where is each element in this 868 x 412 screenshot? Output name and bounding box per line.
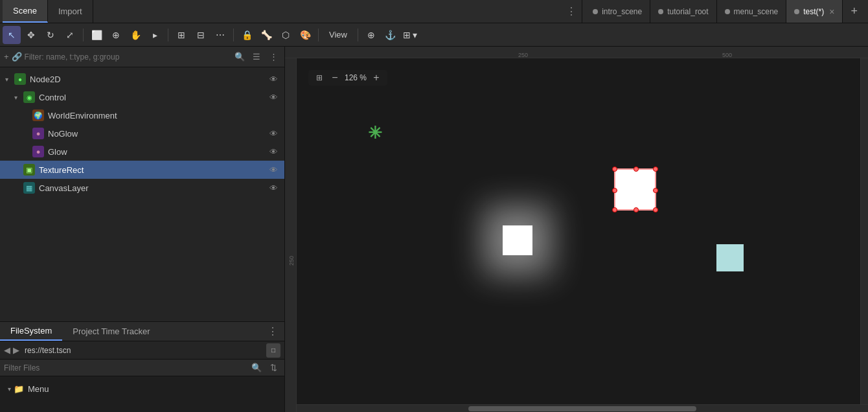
top-tab-bar: Scene Import ⋮ intro_scene tutorial_root…: [0, 0, 868, 23]
handle-bm[interactable]: [634, 207, 639, 212]
tree-item-texturerect[interactable]: ▶ ▣ TextureRect 👁: [0, 161, 284, 179]
tab-tutorial-root[interactable]: tutorial_root: [650, 0, 716, 23]
tool-polygon[interactable]: ⬡: [277, 26, 295, 44]
zoom-plus-btn[interactable]: +: [371, 72, 382, 84]
tree-item-canvaslayer[interactable]: ▶ ▦ CanvasLayer 👁: [0, 179, 284, 197]
back-icon[interactable]: ◀: [4, 345, 10, 355]
scrollbar-horizontal[interactable]: [297, 404, 868, 412]
ruler-horizontal: 250 500: [285, 47, 868, 58]
tree-item-noglow[interactable]: ▶ ● NoGlow 👁: [0, 124, 284, 143]
panel-more-icon[interactable]: ⋮: [566, 5, 577, 17]
visibility-icon[interactable]: 👁: [268, 129, 279, 139]
folder-menu[interactable]: ▾ 📁 Menu: [5, 380, 279, 397]
tool-pan[interactable]: ✋: [126, 26, 144, 44]
filter-input[interactable]: [25, 52, 230, 62]
tab-add-button[interactable]: +: [843, 0, 865, 23]
tool-rotate[interactable]: ↻: [41, 26, 60, 44]
expand-arrow: ▾: [8, 385, 11, 393]
tab-menu-scene[interactable]: menu_scene: [717, 0, 787, 23]
viewport[interactable]: 250 500 250 ⊞ − 126 % + ✳: [285, 47, 868, 412]
filter-files-input[interactable]: [4, 363, 247, 372]
tool-paint[interactable]: 🎨: [296, 26, 314, 44]
tab-close-icon[interactable]: ×: [829, 7, 834, 16]
handle-ml[interactable]: [612, 188, 617, 193]
zoom-minus-btn[interactable]: −: [329, 72, 341, 84]
tab-import-label: Import: [58, 6, 82, 16]
tool-grid[interactable]: ⊞ ▾: [401, 26, 419, 44]
handle-mr[interactable]: [653, 188, 658, 193]
tab-filesystem-label: FileSystem: [10, 326, 52, 336]
view-label: View: [329, 30, 347, 40]
toolbar-sep-4: [318, 29, 319, 41]
tool-lock[interactable]: ⊞: [172, 26, 190, 44]
texturerect-label: TextureRect: [39, 165, 268, 175]
tool-pivot[interactable]: ⊕: [107, 26, 125, 44]
control-icon: ◉: [23, 91, 35, 103]
tool-lock2[interactable]: 🔒: [238, 26, 256, 44]
handle-bl[interactable]: [612, 207, 617, 212]
filesystem-icon-btn[interactable]: □: [266, 343, 280, 358]
ruler-mark-v-250: 250: [288, 256, 295, 266]
filter-more-icon[interactable]: ⋮: [266, 50, 280, 64]
visibility-icon[interactable]: 👁: [268, 93, 279, 102]
tool-scale[interactable]: ⤢: [61, 26, 79, 44]
forward-icon[interactable]: ▶: [13, 345, 19, 355]
zoom-bar: ⊞ − 126 % +: [308, 70, 387, 86]
ruler-mark-250: 250: [518, 52, 528, 58]
tool-select[interactable]: ↖: [3, 26, 21, 44]
tab-filesystem[interactable]: FileSystem: [0, 322, 62, 341]
path-label: res://test.tscn: [25, 346, 264, 355]
tool-group[interactable]: ⊟: [192, 26, 210, 44]
bottom-panel-more[interactable]: ⋮: [261, 322, 284, 341]
folder-icon: 📁: [14, 384, 24, 394]
scrollbar-vertical[interactable]: [860, 58, 868, 404]
tab-test-label: test(*): [803, 7, 824, 16]
tab-dot: [593, 9, 598, 14]
tab-import[interactable]: Import: [48, 0, 93, 23]
tab-dot: [658, 9, 663, 14]
handle-tm[interactable]: [634, 166, 639, 172]
handle-tl[interactable]: [612, 166, 617, 172]
visibility-icon[interactable]: 👁: [268, 74, 279, 84]
selected-texturerect[interactable]: [614, 168, 656, 211]
tool-rect-select[interactable]: ⬜: [87, 26, 106, 44]
filter-search-icon[interactable]: 🔍: [233, 50, 247, 64]
glow-label: Glow: [48, 147, 268, 157]
tab-project-time[interactable]: Project Time Tracker: [62, 322, 160, 341]
tab-test[interactable]: test(*) ×: [786, 0, 843, 23]
tool-snap[interactable]: ⋯: [211, 26, 229, 44]
tool-ruler[interactable]: ▸: [146, 26, 164, 44]
visibility-icon[interactable]: 👁: [268, 183, 279, 193]
filter-row: + 🔗 🔍 ☰ ⋮: [0, 47, 284, 67]
tool-anchor[interactable]: ⚓: [382, 26, 400, 44]
tree-item-control[interactable]: ▾ ◉ Control 👁: [0, 88, 284, 106]
scroll-thumb-h[interactable]: [468, 406, 697, 411]
handle-br[interactable]: [653, 207, 658, 212]
visibility-icon[interactable]: 👁: [268, 165, 279, 175]
tree-item-worldenv[interactable]: ▶ 🌍 WorldEnvironment: [0, 106, 284, 124]
tab-intro-label: intro_scene: [602, 7, 642, 16]
link-icon[interactable]: 🔗: [12, 52, 22, 62]
crosshair-cursor: ✳: [368, 123, 382, 143]
add-child-icon[interactable]: +: [4, 52, 9, 62]
toolbar-sep-1: [83, 29, 84, 41]
handle-tr[interactable]: [653, 166, 658, 172]
filter-files-search-icon[interactable]: 🔍: [249, 361, 264, 375]
expand-icon: ▾: [14, 94, 23, 101]
visibility-icon[interactable]: 👁: [268, 147, 279, 157]
white-square-glow: [503, 225, 532, 255]
tab-scene-label: Scene: [13, 6, 37, 16]
tab-scene[interactable]: Scene: [3, 0, 48, 23]
tool-move[interactable]: ✥: [22, 26, 40, 44]
fs-icon: □: [271, 347, 275, 354]
tab-intro-scene[interactable]: intro_scene: [585, 0, 650, 23]
tree-item-node2d[interactable]: ▾ ● Node2D 👁: [0, 70, 284, 88]
filter-group-icon[interactable]: ☰: [249, 50, 264, 64]
tree-item-glow[interactable]: ▶ ● Glow 👁: [0, 143, 284, 161]
zoom-fit-icon[interactable]: ⊞: [314, 73, 325, 82]
file-tree: ▾ 📁 Menu: [0, 376, 284, 412]
tool-bone[interactable]: 🦴: [257, 26, 275, 44]
filter-files-sort-icon[interactable]: ⇅: [266, 361, 280, 375]
tool-zoom-add[interactable]: ⊕: [362, 26, 380, 44]
view-button[interactable]: View: [323, 26, 354, 44]
